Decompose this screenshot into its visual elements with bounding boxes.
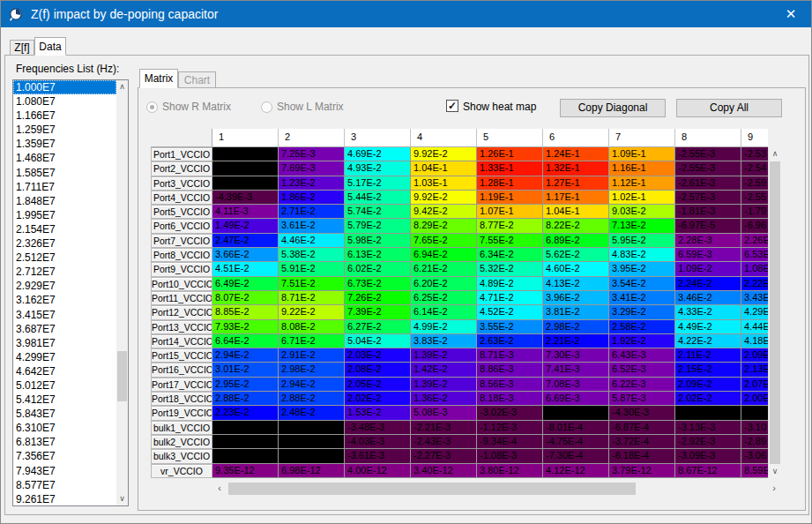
row-header[interactable]: Port18_VCCIO	[151, 392, 212, 406]
matrix-cell[interactable]: -2.55	[741, 191, 768, 205]
column-header[interactable]: 3	[345, 129, 411, 147]
matrix-cell[interactable]	[279, 435, 345, 449]
matrix-cell[interactable]: 1.26E-1	[477, 147, 543, 161]
matrix-cell[interactable]: 6.21E-2	[411, 262, 477, 276]
matrix-cell[interactable]: -2.54	[741, 161, 768, 176]
grid-scroll-up-button[interactable]: ∧	[769, 147, 781, 161]
scroll-down-button[interactable]: ∨	[116, 492, 128, 505]
matrix-cell[interactable]: 6.22E-3	[609, 378, 675, 392]
close-button[interactable]: ✕	[771, 1, 811, 27]
grid-hscroll-thumb[interactable]	[228, 483, 636, 495]
matrix-cell[interactable]: 4.44E	[741, 320, 768, 334]
column-header[interactable]: 6	[543, 129, 609, 147]
matrix-cell[interactable]: 2.02E-2	[345, 392, 411, 406]
matrix-cell[interactable]: -4.03E-3	[345, 435, 411, 449]
matrix-cell[interactable]: 7.13E-2	[609, 219, 675, 233]
matrix-cell[interactable]: 5.38E-2	[279, 248, 345, 262]
matrix-cell[interactable]: 4.71E-2	[477, 291, 543, 305]
row-header[interactable]: bulk3_VCCIO	[151, 449, 212, 463]
frequency-item[interactable]: 7.943E7	[13, 464, 116, 478]
matrix-cell[interactable]: 4.29E	[741, 305, 768, 319]
matrix-cell[interactable]: 3.95E-2	[609, 262, 675, 276]
matrix-cell[interactable]: -6.87E-4	[609, 421, 675, 435]
column-header[interactable]: 7	[609, 129, 675, 147]
column-header[interactable]: 1	[212, 129, 279, 147]
frequency-item[interactable]: 1.585E7	[13, 166, 116, 180]
matrix-cell[interactable]: -2.53	[741, 147, 768, 161]
matrix-cell[interactable]: -2.27E-3	[411, 449, 477, 463]
matrix-cell[interactable]: 5.32E-2	[477, 262, 543, 276]
matrix-cell[interactable]: -6.97E-5	[675, 219, 741, 233]
row-header[interactable]: Port14_VCCIO	[151, 334, 212, 348]
matrix-cell[interactable]	[279, 421, 345, 435]
row-header[interactable]: Port6_VCCIO	[151, 219, 212, 233]
row-header[interactable]: bulk1_VCCIO	[151, 421, 212, 435]
matrix-cell[interactable]: 7.69E-3	[279, 161, 345, 176]
matrix-cell[interactable]: 2.22E	[741, 277, 768, 291]
matrix-cell[interactable]: 5.62E-2	[543, 248, 609, 262]
matrix-cell[interactable]: 8.22E-2	[543, 219, 609, 233]
matrix-cell[interactable]: 6.53E	[741, 248, 768, 262]
copy-diagonal-button[interactable]: Copy Diagonal	[560, 99, 666, 117]
matrix-cell[interactable]: -3.02E-3	[477, 406, 543, 420]
frequency-item[interactable]: 6.813E7	[13, 435, 116, 449]
matrix-cell[interactable]: 3.61E-2	[279, 219, 345, 233]
frequency-item[interactable]: 3.162E7	[13, 293, 116, 307]
row-header[interactable]: Port2_VCCIO	[151, 161, 212, 176]
frequency-item[interactable]: 4.299E7	[13, 350, 116, 364]
matrix-cell[interactable]: 2.48E-2	[279, 406, 345, 420]
matrix-cell[interactable]: 6.52E-3	[609, 363, 675, 377]
matrix-cell[interactable]: -3.13E-3	[675, 421, 741, 435]
matrix-cell[interactable]: 6.64E-2	[212, 334, 279, 348]
frequency-item[interactable]: 4.642E7	[13, 364, 116, 378]
matrix-cell[interactable]: 8.71E-2	[279, 291, 345, 305]
matrix-cell[interactable]: 1.33E-1	[477, 161, 543, 176]
matrix-cell[interactable]: 2.91E-2	[279, 348, 345, 363]
matrix-cell[interactable]: 4.18E	[741, 334, 768, 348]
matrix-cell[interactable]: 1.27E-1	[543, 176, 609, 191]
matrix-cell[interactable]: 1.39E-2	[411, 348, 477, 363]
matrix-cell[interactable]: 7.93E-2	[212, 320, 279, 334]
matrix-cell[interactable]: 7.41E-3	[543, 363, 609, 377]
row-header[interactable]: Port7_VCCIO	[151, 234, 212, 248]
row-header[interactable]: vr_VCCIO	[151, 464, 212, 478]
matrix-cell[interactable]: 4.00E-12	[345, 464, 411, 478]
matrix-cell[interactable]: 6.69E-3	[543, 392, 609, 406]
matrix-cell[interactable]: -2.92E-3	[675, 435, 741, 449]
matrix-cell[interactable]	[212, 449, 279, 463]
matrix-cell[interactable]: 1.86E-2	[279, 191, 345, 205]
row-header[interactable]: Port12_VCCIO	[151, 305, 212, 319]
grid-scroll-right-button[interactable]: ›	[767, 482, 781, 496]
matrix-cell[interactable]: 2.08E-2	[345, 363, 411, 377]
matrix-cell[interactable]: 2.13E	[741, 363, 768, 377]
frequency-item[interactable]: 1.848E7	[13, 194, 116, 208]
copy-all-button[interactable]: Copy All	[676, 99, 782, 117]
frequency-item[interactable]: 5.843E7	[13, 407, 116, 421]
matrix-cell[interactable]: 4.46E-2	[279, 234, 345, 248]
matrix-cell[interactable]: -8.01E-4	[543, 421, 609, 435]
matrix-cell[interactable]: 3.54E-2	[609, 277, 675, 291]
matrix-cell[interactable]: -3.72E-4	[609, 435, 675, 449]
matrix-cell[interactable]: 8.29E-2	[411, 219, 477, 233]
matrix-cell[interactable]: 7.65E-2	[411, 234, 477, 248]
matrix-cell[interactable]: 5.95E-2	[609, 234, 675, 248]
matrix-cell[interactable]: 2.98E-2	[543, 320, 609, 334]
matrix-cell[interactable]: 3.81E-2	[543, 305, 609, 319]
matrix-cell[interactable]: 8.59E	[741, 464, 768, 478]
tab-zf[interactable]: Z[f]	[10, 40, 34, 56]
matrix-cell[interactable]: 6.27E-2	[345, 320, 411, 334]
matrix-cell[interactable]: 5.98E-2	[345, 234, 411, 248]
matrix-cell[interactable]: 5.87E-3	[609, 392, 675, 406]
matrix-cell[interactable]: 4.22E-2	[675, 334, 741, 348]
matrix-cell[interactable]: -1.08E-3	[477, 449, 543, 463]
frequency-item[interactable]: 2.512E7	[13, 251, 116, 265]
matrix-cell[interactable]: 2.58E-2	[609, 320, 675, 334]
frequency-item[interactable]: 1.080E7	[13, 94, 116, 109]
column-header[interactable]: 9	[741, 129, 768, 147]
matrix-cell[interactable]: 7.26E-2	[345, 291, 411, 305]
matrix-cell[interactable]: 4.89E-2	[477, 277, 543, 291]
frequency-item[interactable]: 1.166E7	[13, 109, 116, 123]
matrix-cell[interactable]: 4.12E-12	[543, 464, 609, 478]
matrix-cell[interactable]: 6.59E-3	[675, 248, 741, 262]
matrix-cell[interactable]: 4.13E-2	[543, 277, 609, 291]
